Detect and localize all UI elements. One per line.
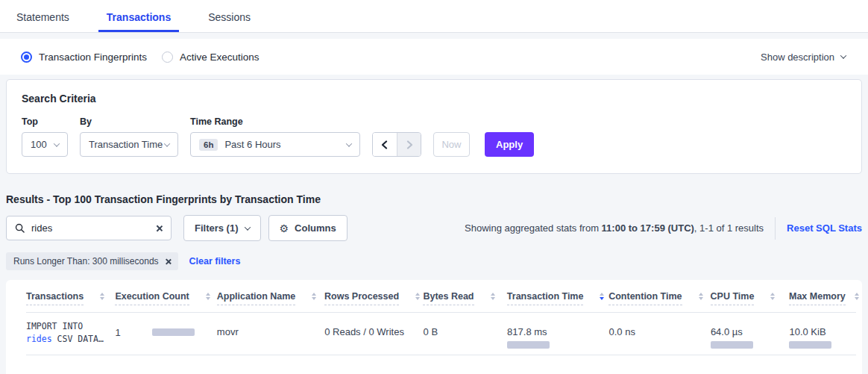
cpu-time-cell: 64.0 µs xyxy=(711,318,790,355)
page-tabs: Statements Transactions Sessions xyxy=(0,0,868,33)
column-header-execution-count[interactable]: Execution Count xyxy=(115,291,216,305)
time-range-field: Time Range 6h Past 6 Hours xyxy=(190,116,360,157)
cpu-time-bar xyxy=(711,341,753,349)
time-range-value: Past 6 Hours xyxy=(224,139,280,150)
transaction-time-cell: 817.8 ms xyxy=(507,318,608,355)
column-header-max-memory[interactable]: Max Memory xyxy=(789,291,856,305)
transaction-time-value: 817.8 ms xyxy=(507,326,547,337)
chevron-down-icon xyxy=(840,52,846,58)
execution-count-value: 1 xyxy=(115,327,120,338)
search-criteria-title: Search Criteria xyxy=(22,93,846,105)
transaction-time-bar xyxy=(507,341,550,349)
sort-icon[interactable] xyxy=(312,293,316,300)
remove-filter-icon[interactable] xyxy=(165,258,172,265)
stats-text: Showing aggregated stats from 11:00 to 1… xyxy=(465,222,764,234)
time-range-select[interactable]: 6h Past 6 Hours xyxy=(190,132,360,157)
sort-icon-active-desc[interactable] xyxy=(600,293,604,300)
columns-button[interactable]: ⚙ Columns xyxy=(268,215,347,241)
search-input[interactable] xyxy=(31,222,155,234)
time-window-nav xyxy=(372,132,421,157)
time-range-badge: 6h xyxy=(199,139,218,151)
contention-time-cell: 0.0 ns xyxy=(609,318,711,355)
time-range-label: Time Range xyxy=(190,116,360,127)
clear-search-icon[interactable] xyxy=(155,225,163,232)
apply-button[interactable]: Apply xyxy=(485,132,534,157)
results-toolbar: Filters (1) ⚙ Columns Showing aggregated… xyxy=(6,215,862,241)
column-header-application-name[interactable]: Application Name xyxy=(217,291,324,305)
now-button[interactable]: Now xyxy=(433,132,470,157)
radio-transaction-fingerprints[interactable]: Transaction Fingerprints xyxy=(21,52,147,63)
gear-icon: ⚙ xyxy=(280,223,289,234)
reset-sql-stats-link[interactable]: Reset SQL Stats xyxy=(787,222,862,234)
max-memory-value: 10.0 KiB xyxy=(789,326,825,337)
by-field: By Transaction Time xyxy=(80,116,178,157)
view-toggle-bar: Transaction Fingerprints Active Executio… xyxy=(0,39,868,75)
execution-count-bar xyxy=(152,328,195,336)
column-header-contention-time[interactable]: Contention Time xyxy=(608,291,710,305)
next-time-window-button[interactable] xyxy=(397,133,421,156)
table-header-row: Transactions Execution Count Application… xyxy=(26,280,856,313)
column-header-rows-processed[interactable]: Rows Processed xyxy=(324,291,423,305)
columns-button-label: Columns xyxy=(295,222,336,234)
clear-filters-link[interactable]: Clear filters xyxy=(189,256,241,267)
tab-sessions[interactable]: Sessions xyxy=(200,11,259,32)
transaction-fingerprint-link[interactable]: IMPORT INTO rides CSV DATA… xyxy=(26,318,115,355)
vertical-divider xyxy=(775,217,776,240)
statement-text-line1: IMPORT INTO xyxy=(26,320,115,333)
radio-unselected-icon xyxy=(162,52,173,63)
top-field: Top 100 xyxy=(22,116,68,157)
top-select-value: 100 xyxy=(31,139,47,150)
by-select-value: Transaction Time xyxy=(89,139,163,150)
filter-chip-row: Runs Longer Than: 300 milliseconds Clear… xyxy=(6,252,862,270)
filters-button[interactable]: Filters (1) xyxy=(183,215,261,241)
column-header-transaction-time[interactable]: Transaction Time xyxy=(507,291,608,305)
sort-icon[interactable] xyxy=(491,293,495,300)
cpu-time-value: 64.0 µs xyxy=(711,326,743,337)
chevron-left-icon xyxy=(380,140,389,149)
view-radio-group: Transaction Fingerprints Active Executio… xyxy=(21,52,260,63)
search-icon xyxy=(15,223,25,233)
column-header-cpu-time[interactable]: CPU Time xyxy=(711,291,789,305)
sort-icon[interactable] xyxy=(206,293,210,300)
results-heading: Results - Top 100 Transaction Fingerprin… xyxy=(6,193,862,205)
chevron-right-icon xyxy=(405,140,414,149)
max-memory-bar xyxy=(789,341,831,349)
top-label: Top xyxy=(22,116,68,127)
chevron-down-icon xyxy=(244,224,250,230)
radio-label: Active Executions xyxy=(180,52,260,63)
statement-text-line2: rides CSV DATA… xyxy=(26,333,115,346)
chevron-down-icon xyxy=(54,140,60,146)
sort-icon[interactable] xyxy=(770,293,775,300)
column-header-bytes-read[interactable]: Bytes Read xyxy=(423,291,506,305)
sort-icon[interactable] xyxy=(699,293,703,300)
radio-selected-icon xyxy=(21,52,32,63)
previous-time-window-button[interactable] xyxy=(373,133,397,156)
sort-icon[interactable] xyxy=(855,293,859,300)
max-memory-cell: 10.0 KiB xyxy=(789,318,856,355)
chevron-down-icon xyxy=(346,140,352,146)
stats-summary: Showing aggregated stats from 11:00 to 1… xyxy=(465,217,862,240)
bytes-read-cell: 0 B xyxy=(424,318,508,355)
show-description-toggle[interactable]: Show description xyxy=(761,52,846,63)
search-box[interactable] xyxy=(6,216,172,240)
application-name-cell: movr xyxy=(217,318,324,355)
tab-statements[interactable]: Statements xyxy=(8,11,78,32)
top-select[interactable]: 100 xyxy=(22,132,68,157)
filters-button-label: Filters (1) xyxy=(195,222,239,234)
radio-label: Transaction Fingerprints xyxy=(39,52,147,63)
tab-transactions[interactable]: Transactions xyxy=(98,11,179,32)
show-description-label: Show description xyxy=(761,52,834,63)
sort-icon[interactable] xyxy=(415,293,420,300)
rows-processed-cell: 0 Reads / 0 Writes xyxy=(324,318,423,355)
table-row: IMPORT INTO rides CSV DATA… 1 movr 0 Rea… xyxy=(26,313,856,355)
sort-icon[interactable] xyxy=(100,293,104,300)
by-select[interactable]: Transaction Time xyxy=(80,132,178,157)
execution-count-cell: 1 xyxy=(115,318,216,346)
filter-chip: Runs Longer Than: 300 milliseconds xyxy=(6,252,178,270)
by-label: By xyxy=(80,116,178,127)
search-criteria-card: Search Criteria Top 100 By Transaction T… xyxy=(6,79,862,174)
radio-active-executions[interactable]: Active Executions xyxy=(162,52,260,63)
results-table: Transactions Execution Count Application… xyxy=(6,280,862,374)
chevron-down-icon xyxy=(164,140,170,146)
column-header-transactions[interactable]: Transactions xyxy=(26,291,115,305)
